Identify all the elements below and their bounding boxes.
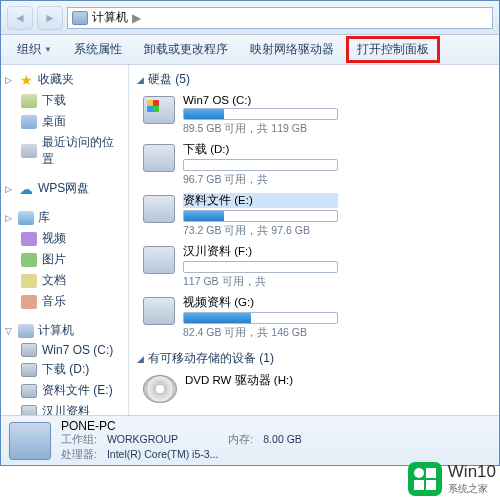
sidebar-item-desktop[interactable]: 桌面 [1,111,128,132]
drive-d[interactable]: 下载 (D:) 96.7 GB 可用，共 [143,142,338,187]
music-icon [21,295,37,309]
capacity-bar [183,312,338,324]
capacity-bar [183,108,338,120]
workgroup-value: WORKGROUP [107,433,218,447]
drive-capacity-text: 89.5 GB 可用，共 119 GB [183,122,338,136]
explorer-window: ◄ ► 计算机 ▶ 组织 ▼ 系统属性 卸载或更改程序 映射网络驱动器 打开控制… [0,0,500,466]
drive-icon [143,96,175,124]
watermark: Win10 系统之家 [408,462,496,496]
drive-icon [21,405,37,416]
sidebar-library[interactable]: ▷ 库 [1,207,128,228]
memory-label: 内存: [228,433,253,447]
sidebar-wps[interactable]: ▷ ☁ WPS网盘 [1,178,128,199]
drive-f[interactable]: 汉川资料 (F:) 117 GB 可用，共 [143,244,338,289]
capacity-bar [183,210,338,222]
forward-button[interactable]: ► [37,6,63,30]
back-button[interactable]: ◄ [7,6,33,30]
system-properties-button[interactable]: 系统属性 [64,37,132,62]
drive-icon [143,297,175,325]
sidebar-item-video[interactable]: 视频 [1,228,128,249]
computer-icon [72,11,88,25]
sidebar-computer[interactable]: ▽ 计算机 [1,320,128,341]
sidebar-item-recent[interactable]: 最近访问的位置 [1,132,128,170]
sidebar-favorites-label: 收藏夹 [38,71,74,88]
computer-icon [9,422,51,460]
sidebar-item-drive-d[interactable]: 下载 (D:) [1,359,128,380]
expand-icon: ▷ [5,75,14,84]
breadcrumb-separator-icon[interactable]: ▶ [132,11,141,25]
drive-icon [21,384,37,398]
drive-name: 视频资料 (G:) [183,295,338,310]
recent-icon [21,144,37,158]
drive-c[interactable]: Win7 OS (C:) 89.5 GB 可用，共 119 GB [143,94,338,136]
address-bar[interactable]: 计算机 ▶ [67,7,493,29]
sidebar-item-pictures[interactable]: 图片 [1,249,128,270]
drive-name: 汉川资料 (F:) [183,244,338,259]
drive-dvd[interactable]: DVD RW 驱动器 (H:) [143,373,338,403]
content-pane: ◢硬盘 (5) Win7 OS (C:) 89.5 GB 可用，共 119 GB [129,65,499,415]
sidebar-item-documents[interactable]: 文档 [1,270,128,291]
watermark-brand: Win10 [448,462,496,481]
toolbar: 组织 ▼ 系统属性 卸载或更改程序 映射网络驱动器 打开控制面板 [1,35,499,65]
sidebar-item-drive-f[interactable]: 汉川资料 [1,401,128,415]
drive-capacity-text: 82.4 GB 可用，共 146 GB [183,326,338,340]
section-hdd[interactable]: ◢硬盘 (5) [137,71,491,88]
cpu-label: 处理器: [61,448,97,462]
sidebar-library-label: 库 [38,209,50,226]
sidebar-item-drive-c[interactable]: Win7 OS (C:) [1,341,128,359]
expand-icon: ▷ [5,213,14,222]
documents-icon [21,274,37,288]
sidebar-computer-label: 计算机 [38,322,74,339]
drive-name: 资料文件 (E:) [183,193,338,208]
watermark-sub: 系统之家 [448,482,496,496]
drive-capacity-text: 73.2 GB 可用，共 97.6 GB [183,224,338,238]
sidebar-item-drive-e[interactable]: 资料文件 (E:) [1,380,128,401]
sidebar-favorites[interactable]: ▷ ★ 收藏夹 [1,69,128,90]
drive-name: 下载 (D:) [183,142,338,157]
sidebar-item-music[interactable]: 音乐 [1,291,128,312]
capacity-bar [183,261,338,273]
details-pane: PONE-PC 工作组: WORKGROUP 内存: 8.00 GB 处理器: … [1,415,499,465]
drive-icon [143,144,175,172]
desktop-icon [21,115,37,129]
capacity-bar [183,159,338,171]
drive-icon [21,363,37,377]
organize-menu[interactable]: 组织 ▼ [7,37,62,62]
memory-value: 8.00 GB [263,433,302,447]
cloud-icon: ☁ [18,181,34,197]
map-network-drive-button[interactable]: 映射网络驱动器 [240,37,344,62]
dvd-icon [143,375,177,403]
cpu-value: Intel(R) Core(TM) i5-3... [107,448,218,462]
sidebar-item-downloads[interactable]: 下载 [1,90,128,111]
expand-icon: ▷ [5,184,14,193]
pictures-icon [21,253,37,267]
titlebar: ◄ ► 计算机 ▶ [1,1,499,35]
organize-label: 组织 [17,41,41,58]
library-icon [18,211,34,225]
computer-icon [18,324,34,338]
uninstall-program-button[interactable]: 卸载或更改程序 [134,37,238,62]
collapse-icon: ◢ [137,75,144,85]
collapse-icon: ◢ [137,354,144,364]
windows-logo-icon [408,462,442,496]
body: ▷ ★ 收藏夹 下载 桌面 最近访问的位置 ▷ ☁ WPS网盘 ▷ [1,65,499,415]
drive-e[interactable]: 资料文件 (E:) 73.2 GB 可用，共 97.6 GB [143,193,338,238]
star-icon: ★ [18,72,34,88]
workgroup-label: 工作组: [61,433,97,447]
pc-name: PONE-PC [61,419,302,433]
drive-capacity-text: 117 GB 可用，共 [183,275,338,289]
collapse-icon: ▽ [5,326,14,335]
navigation-pane: ▷ ★ 收藏夹 下载 桌面 最近访问的位置 ▷ ☁ WPS网盘 ▷ [1,65,129,415]
drive-name: Win7 OS (C:) [183,94,338,106]
drive-icon [143,195,175,223]
open-control-panel-button[interactable]: 打开控制面板 [346,36,440,63]
chevron-down-icon: ▼ [44,45,52,54]
section-removable[interactable]: ◢有可移动存储的设备 (1) [137,350,491,367]
drive-icon [21,343,37,357]
breadcrumb-location[interactable]: 计算机 [92,9,128,26]
drive-capacity-text: 96.7 GB 可用，共 [183,173,338,187]
drive-g[interactable]: 视频资料 (G:) 82.4 GB 可用，共 146 GB [143,295,338,340]
sidebar-wps-label: WPS网盘 [38,180,89,197]
downloads-icon [21,94,37,108]
video-icon [21,232,37,246]
